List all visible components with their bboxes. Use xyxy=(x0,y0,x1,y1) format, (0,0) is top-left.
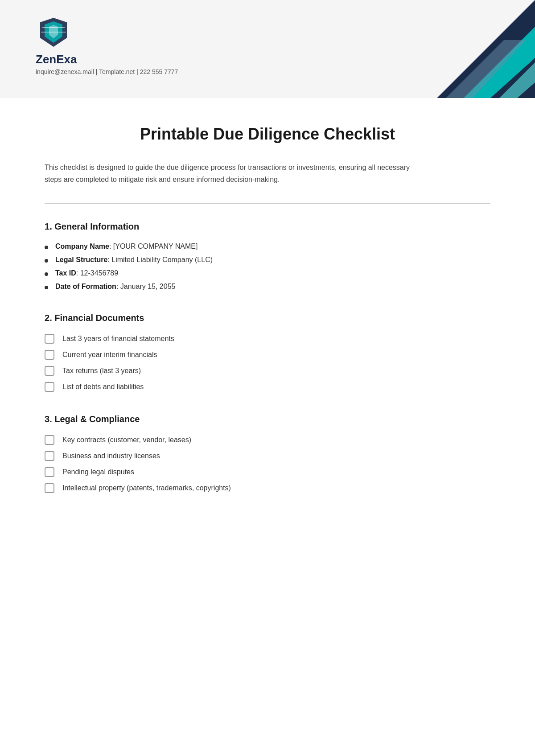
checkbox[interactable] xyxy=(45,467,54,477)
bullet-dot xyxy=(45,286,48,289)
checkbox[interactable] xyxy=(45,451,54,461)
list-item: Pending legal disputes xyxy=(45,467,490,477)
list-item: Legal Structure: Limited Liability Compa… xyxy=(45,256,490,264)
header-decoration xyxy=(401,0,535,98)
checkbox-label: Key contracts (customer, vendor, leases) xyxy=(62,436,191,444)
checkbox-label: List of debts and liabilities xyxy=(62,383,144,391)
list-item: Company Name: [YOUR COMPANY NAME] xyxy=(45,242,490,251)
contact-info: inquire@zenexa.mail | Template.net | 222… xyxy=(36,68,178,75)
checkbox-label: Current year interim financials xyxy=(62,351,157,359)
bullet-dot xyxy=(45,246,48,249)
main-content: Printable Due Diligence Checklist This c… xyxy=(0,98,535,551)
section-2-title: 2. Financial Documents xyxy=(45,313,490,323)
item-label: Company Name xyxy=(55,242,109,250)
bullet-dot xyxy=(45,259,48,263)
list-item: Date of Formation: January 15, 2055 xyxy=(45,283,490,291)
financial-docs-list: Last 3 years of financial statements Cur… xyxy=(45,334,490,392)
logo-container: ZenExa inquire@zenexa.mail | Template.ne… xyxy=(36,18,178,75)
company-logo xyxy=(36,18,71,49)
checkbox[interactable] xyxy=(45,435,54,445)
list-item: Intellectual property (patents, trademar… xyxy=(45,483,490,493)
checkbox[interactable] xyxy=(45,483,54,493)
checkbox-label: Tax returns (last 3 years) xyxy=(62,367,141,375)
bullet-dot xyxy=(45,272,48,276)
list-item: Tax ID: 12-3456789 xyxy=(45,269,490,277)
company-name: ZenExa xyxy=(36,53,77,66)
checkbox[interactable] xyxy=(45,366,54,376)
checkbox[interactable] xyxy=(45,350,54,360)
header-left: ZenExa inquire@zenexa.mail | Template.ne… xyxy=(36,18,178,75)
item-value: Limited Liability Company (LLC) xyxy=(111,256,213,263)
item-value: January 15, 2055 xyxy=(120,283,176,290)
general-info-list: Company Name: [YOUR COMPANY NAME] Legal … xyxy=(45,242,490,291)
checkbox[interactable] xyxy=(45,334,54,344)
page: ZenExa inquire@zenexa.mail | Template.ne… xyxy=(0,0,535,756)
section-divider xyxy=(45,203,490,204)
item-value: [YOUR COMPANY NAME] xyxy=(113,242,198,250)
legal-compliance-list: Key contracts (customer, vendor, leases)… xyxy=(45,435,490,493)
list-item: Last 3 years of financial statements xyxy=(45,334,490,344)
list-item: List of debts and liabilities xyxy=(45,382,490,392)
intro-text: This checklist is designed to guide the … xyxy=(45,161,410,185)
list-item: Key contracts (customer, vendor, leases) xyxy=(45,435,490,445)
section-general-information: 1. General Information Company Name: [YO… xyxy=(45,222,490,291)
item-value: 12-3456789 xyxy=(80,269,118,277)
section-3-title: 3. Legal & Compliance xyxy=(45,414,490,424)
checkbox-label: Intellectual property (patents, trademar… xyxy=(62,484,231,492)
item-label: Legal Structure xyxy=(55,256,107,263)
page-title: Printable Due Diligence Checklist xyxy=(45,125,490,144)
header: ZenExa inquire@zenexa.mail | Template.ne… xyxy=(0,0,535,98)
item-label: Date of Formation xyxy=(55,283,116,290)
section-financial-documents: 2. Financial Documents Last 3 years of f… xyxy=(45,313,490,392)
item-label: Tax ID xyxy=(55,269,76,277)
section-legal-compliance: 3. Legal & Compliance Key contracts (cus… xyxy=(45,414,490,493)
checkbox[interactable] xyxy=(45,382,54,392)
list-item: Business and industry licenses xyxy=(45,451,490,461)
checkbox-label: Business and industry licenses xyxy=(62,452,160,460)
section-1-title: 1. General Information xyxy=(45,222,490,232)
list-item: Current year interim financials xyxy=(45,350,490,360)
checkbox-label: Last 3 years of financial statements xyxy=(62,335,174,343)
list-item: Tax returns (last 3 years) xyxy=(45,366,490,376)
checkbox-label: Pending legal disputes xyxy=(62,468,134,476)
